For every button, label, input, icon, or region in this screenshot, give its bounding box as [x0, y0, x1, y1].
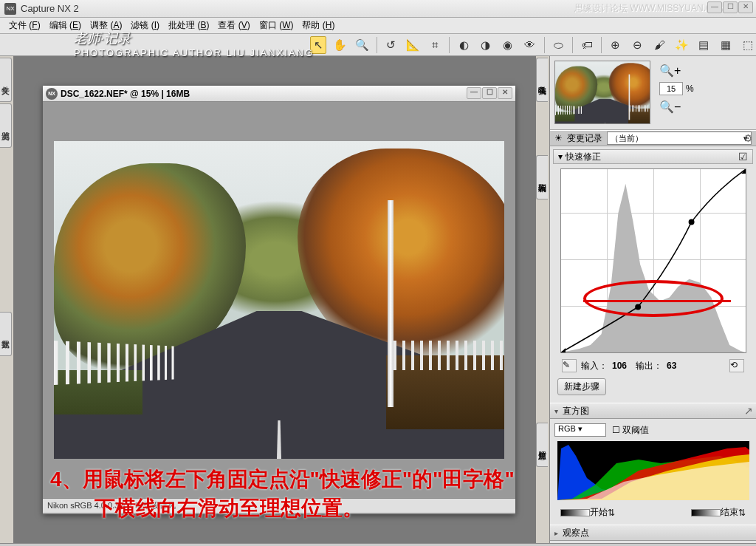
photo-preview — [54, 141, 504, 459]
toolbar-separator — [572, 37, 573, 53]
threshold-checkbox[interactable]: ☐ 双阈值 — [612, 424, 649, 437]
svg-point-1 — [688, 219, 694, 225]
document-canvas[interactable] — [43, 102, 515, 498]
neutral-point-icon[interactable]: ◉ — [500, 36, 516, 54]
right-collapsed-tabs: 鸟瞰镜头 编辑列表 照片信息 — [536, 56, 549, 543]
document-title: DSC_1622.NEF* @ 15% | 16MB — [61, 89, 190, 99]
app-icon: NX — [4, 3, 16, 15]
stepper-icon[interactable]: ⇅ — [738, 508, 746, 518]
right-panel: 🔍+ % 🔍− ☀ 变更记录 （当前）▾ ⚙ ▾ 快速修正 ☑ — [549, 56, 756, 543]
window-controls: — ☐ ✕ — [707, 1, 753, 13]
plus-control-icon[interactable]: ⊕ — [608, 36, 624, 54]
menubar: 文件 (F) 编辑 (E) 调整 (A) 滤镜 (I) 批处理 (B) 查看 (… — [0, 18, 756, 34]
watchpoint-label: 观察点 — [563, 527, 589, 539]
document-window: NX DSC_1622.NEF* @ 15% | 16MB — ☐ ✕ — [43, 86, 515, 514]
zoom-out-icon[interactable]: 🔍− — [659, 100, 681, 114]
expand-icon[interactable]: ▾ — [554, 407, 558, 415]
input-value: 106 — [612, 361, 627, 371]
menu-view[interactable]: 查看 (V) — [213, 19, 254, 32]
edit-list-dropdown[interactable]: （当前）▾ — [607, 132, 752, 145]
end-gradient — [691, 509, 721, 516]
quick-fix-title-label: 快速修正 — [566, 151, 601, 163]
edit-list-header: ☀ 变更记录 （当前）▾ ⚙ — [550, 130, 756, 146]
white-point-icon[interactable]: ◑ — [478, 36, 494, 54]
document-titlebar: NX DSC_1622.NEF* @ 15% | 16MB — ☐ ✕ — [43, 86, 515, 102]
start-gradient — [560, 509, 590, 516]
birdseye-panel: 🔍+ % 🔍− — [550, 56, 756, 130]
doc-close-button[interactable]: ✕ — [498, 87, 512, 99]
gear-icon[interactable]: ⚙ — [743, 132, 753, 144]
maximize-button[interactable]: ☐ — [723, 1, 738, 13]
right-tab-photoinfo[interactable]: 照片信息 — [536, 423, 548, 467]
histogram-panel-body: RGB ▾ ☐ 双阈值 开始 ⇅ 结束 ⇅ — [550, 419, 756, 525]
selection-icon[interactable]: ⬚ — [740, 36, 756, 54]
quick-fix-checkbox[interactable]: ☑ — [738, 151, 748, 163]
channel-select[interactable]: RGB ▾ — [554, 423, 606, 437]
minimize-button[interactable]: — — [707, 1, 722, 13]
stepper-icon[interactable]: ⇅ — [608, 508, 615, 518]
birdseye-thumbnail[interactable] — [554, 61, 650, 124]
menu-filter[interactable]: 滤镜 (I) — [126, 19, 164, 32]
tag-icon[interactable]: 🏷 — [579, 36, 595, 54]
histogram-panel-header[interactable]: ▾ 直方图 ↗ — [550, 403, 756, 419]
straighten-icon[interactable]: 📐 — [405, 36, 422, 54]
hand-tool-icon[interactable]: ✋ — [332, 36, 348, 54]
right-tab-editlist[interactable]: 编辑列表 — [536, 155, 548, 199]
sun-icon[interactable]: ☀ — [554, 133, 563, 143]
new-step-button[interactable]: 新建步骤 — [557, 378, 606, 395]
arrow-tool-icon[interactable]: ↖ — [310, 36, 326, 54]
menu-file[interactable]: 文件 (F) — [4, 19, 45, 32]
quick-fix-header[interactable]: ▾ 快速修正 ☑ — [553, 149, 753, 164]
titlebar: NX Capture NX 2 思缘设计论坛 WWW.MISSYUAN.COM … — [0, 0, 756, 18]
right-tab-birdseye[interactable]: 鸟瞰镜头 — [536, 58, 548, 102]
reset-icon[interactable]: ⟲ — [729, 359, 744, 372]
menu-window[interactable]: 窗口 (W) — [255, 19, 298, 32]
wand-icon[interactable]: ✨ — [674, 36, 690, 54]
doc-minimize-button[interactable]: — — [467, 87, 481, 99]
toolbar-separator — [377, 37, 377, 53]
left-tab-browser[interactable]: 浏览器 — [0, 103, 12, 148]
eyedropper-icon[interactable]: ✎ — [562, 359, 577, 372]
expand-icon[interactable]: ▾ — [558, 151, 563, 162]
fill-icon[interactable]: ▦ — [718, 36, 734, 54]
zoom-tool-icon[interactable]: 🔍 — [354, 36, 371, 54]
output-label: 输出： — [636, 360, 662, 372]
zoom-input[interactable] — [659, 82, 683, 95]
black-point-icon[interactable]: ◐ — [456, 36, 472, 54]
curves-histogram-box[interactable] — [560, 168, 746, 353]
gradient-icon[interactable]: ▤ — [695, 36, 712, 54]
left-tab-folders[interactable]: 文件夹 — [0, 58, 12, 102]
red-eye-icon[interactable]: 👁 — [522, 36, 538, 54]
brush-icon[interactable]: 🖌 — [652, 36, 668, 54]
left-tab-metadata[interactable]: 元数据 — [0, 312, 12, 356]
menu-edit[interactable]: 编辑 (E) — [45, 19, 86, 32]
menu-adjust[interactable]: 调整 (A) — [86, 19, 126, 32]
app-title: Capture NX 2 — [21, 3, 79, 14]
histogram-range-row: 开始 ⇅ 结束 ⇅ — [554, 503, 752, 522]
rotate-ccw-icon[interactable]: ↺ — [383, 36, 399, 54]
instruction-line2: 下横线向右滑动至理想位置。 — [50, 494, 521, 522]
start-label: 开始 — [590, 506, 608, 519]
menu-help[interactable]: 帮助 (H) — [298, 19, 339, 32]
watchpoint-header[interactable]: ▸ 观察点 — [550, 525, 756, 541]
watermark-site: 思缘设计论坛 WWW.MISSYUAN.COM — [574, 2, 726, 15]
menu-batch[interactable]: 批处理 (B) — [164, 19, 213, 32]
crop-icon[interactable]: ⌗ — [427, 36, 443, 54]
input-label: 输入： — [581, 360, 608, 372]
left-palettes: 文件夹 浏览器 元数据 — [0, 56, 13, 543]
edit-list-label: 变更记录 — [567, 132, 602, 145]
toolbar: ↖ ✋ 🔍 ↺ 📐 ⌗ ◐ ◑ ◉ 👁 ⬭ 🏷 ⊕ ⊖ 🖌 ✨ ▤ ▦ ⬚ — [0, 34, 756, 56]
doc-maximize-button[interactable]: ☐ — [482, 87, 497, 99]
zoom-in-icon[interactable]: 🔍+ — [659, 64, 681, 78]
expand-icon[interactable]: ▸ — [554, 529, 558, 537]
quick-fix-panel: ▾ 快速修正 ☑ ✎ 输入： — [550, 146, 756, 403]
main-area: 文件夹 浏览器 元数据 NX DSC_1622.NEF* @ 15% | 16M… — [0, 56, 756, 543]
close-button[interactable]: ✕ — [738, 1, 753, 13]
minus-control-icon[interactable]: ⊖ — [630, 36, 646, 54]
toolbar-separator — [601, 37, 602, 53]
panel-action-icon[interactable]: ↗ — [744, 405, 753, 417]
curves-io-row: ✎ 输入： 106 输出： 63 ⟲ — [553, 358, 753, 374]
end-label: 结束 — [721, 506, 738, 519]
annotation-line — [583, 300, 731, 302]
lasso-icon[interactable]: ⬭ — [550, 36, 566, 54]
